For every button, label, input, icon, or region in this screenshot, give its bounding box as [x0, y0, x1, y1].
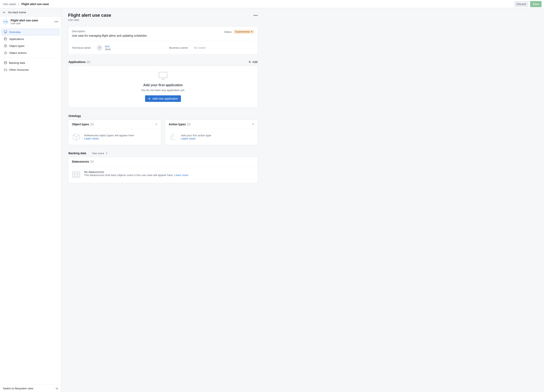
- applications-empty-title: Add your first application: [143, 83, 183, 87]
- svg-rect-2: [4, 31, 7, 33]
- nav-backing-data-label: Backing data: [9, 61, 25, 64]
- see-more-label: See more: [92, 152, 104, 155]
- nav-applications-label: Applications: [9, 37, 24, 41]
- monitor-icon: [4, 30, 7, 34]
- usecase-icon: [2, 19, 9, 25]
- svg-rect-8: [72, 172, 80, 178]
- action-types-header[interactable]: Action types (0): [165, 120, 258, 129]
- description-text: Use case for managing flight alerts and …: [72, 34, 220, 37]
- backing-data-title: Backing data: [68, 152, 86, 155]
- object-types-header[interactable]: Object types (0): [68, 120, 161, 129]
- action-types-msg: Add your first action type: [181, 134, 211, 137]
- arrow-right-icon: [55, 387, 58, 390]
- breadcrumb-current: Flight alert use case: [21, 2, 49, 6]
- chevron-right-icon: [18, 3, 20, 5]
- svg-rect-4: [5, 38, 7, 40]
- datasources-count: (0): [90, 160, 94, 163]
- action-types-card: Action types (0): [165, 120, 258, 145]
- technical-owner-label: Technical owner: [72, 46, 94, 49]
- datasources-learn-more[interactable]: Learn more: [174, 174, 188, 177]
- backing-data-header: Backing data See more: [68, 152, 258, 155]
- sidebar-header: Flight alert use case Use case •••: [0, 17, 61, 27]
- sidebar-title: Flight alert use case: [11, 19, 38, 22]
- page-more-icon[interactable]: •••: [254, 13, 258, 18]
- monitor-large-icon: [158, 71, 168, 80]
- applications-icon: [4, 37, 7, 41]
- nav-applications[interactable]: Applications: [2, 36, 59, 42]
- arrow-left-icon: [3, 11, 6, 14]
- object-types-msg: Referenced object types will appear here: [84, 134, 134, 137]
- database-icon: [4, 61, 7, 64]
- description-label: Description: [72, 30, 220, 33]
- status-badge[interactable]: Experimental: [234, 30, 254, 34]
- svg-rect-7: [170, 134, 174, 138]
- datasources-empty-sub: The datasources that back objects used i…: [84, 174, 188, 177]
- datasources-header: Datasources (0): [68, 157, 258, 166]
- topbar: Use cases Flight alert use case Discard …: [0, 0, 544, 8]
- discard-button[interactable]: Discard: [514, 1, 528, 7]
- breadcrumb: Use cases Flight alert use case: [3, 2, 49, 6]
- page-subtitle: Use case: [68, 18, 111, 21]
- status-value: Experimental: [235, 30, 250, 33]
- table-icon: [72, 170, 81, 179]
- applications-title: Applications: [68, 60, 86, 64]
- svg-rect-6: [159, 72, 167, 78]
- save-button[interactable]: Save: [530, 1, 542, 7]
- go-back-home[interactable]: Go back home: [0, 8, 61, 17]
- object-types-learn-more[interactable]: Learn more: [84, 137, 134, 140]
- add-new-application-label: Add new application: [152, 97, 178, 100]
- switch-filesystem-label: Switch to filesystem view: [3, 387, 33, 390]
- applications-empty: Add your first application You do not ha…: [68, 65, 258, 108]
- action-types-title: Action types: [169, 123, 186, 126]
- object-types-card: Object types (0) Referenced object types…: [68, 120, 161, 145]
- action-types-count: (0): [187, 123, 190, 126]
- applications-empty-sub: You do not have any application yet.: [141, 89, 185, 92]
- applications-count: (0): [87, 60, 90, 64]
- datasources-title: Datasources: [72, 160, 89, 163]
- gavel-icon: [169, 133, 177, 141]
- go-back-label: Go back home: [8, 11, 26, 14]
- svg-point-5: [4, 61, 7, 62]
- plus-icon: [248, 60, 251, 63]
- nav-overview[interactable]: Overview: [2, 29, 59, 35]
- nav-overview-label: Overview: [9, 30, 21, 34]
- description-card: Description Use case for managing flight…: [68, 26, 258, 55]
- nav-object-actions[interactable]: Object actions: [2, 49, 59, 56]
- actions-icon: [4, 51, 7, 54]
- folder-icon: [4, 68, 7, 71]
- nav-object-types[interactable]: Object types: [2, 42, 59, 49]
- chevron-right-icon: [106, 152, 108, 154]
- nav-other-resources[interactable]: Other resources: [2, 66, 59, 73]
- technical-owner: Technical owner T test (test): [72, 45, 157, 51]
- business-owner-none: No owner: [194, 46, 206, 49]
- cube-large-icon: [72, 133, 81, 141]
- datasources-empty-title: No datasources: [84, 170, 188, 174]
- object-types-title: Object types: [72, 123, 89, 126]
- chevron-right-icon: [155, 123, 157, 125]
- add-application-link[interactable]: Add: [248, 60, 258, 64]
- business-owner: Business owner No owner: [165, 45, 254, 51]
- page-title: Flight alert use case: [68, 13, 111, 18]
- technical-owner-name[interactable]: test: [105, 45, 111, 48]
- topbar-actions: Discard Save: [514, 1, 542, 7]
- nav-object-actions-label: Object actions: [9, 51, 27, 54]
- action-types-learn-more[interactable]: Learn more: [181, 137, 211, 140]
- add-new-application-button[interactable]: Add new application: [145, 95, 181, 102]
- ontology-header: Ontology: [68, 114, 258, 118]
- technical-owner-sub: (test): [105, 48, 111, 51]
- backing-data-see-more[interactable]: See more: [89, 152, 108, 155]
- switch-filesystem-view[interactable]: Switch to filesystem view: [0, 385, 61, 392]
- nav-other-label: Other resources: [9, 68, 29, 71]
- add-label: Add: [252, 60, 258, 64]
- chevron-right-icon: [252, 123, 254, 125]
- status-label: Status: [224, 30, 232, 33]
- nav-object-types-label: Object types: [9, 44, 24, 48]
- cube-icon: [4, 44, 7, 48]
- breadcrumb-root[interactable]: Use cases: [3, 2, 16, 6]
- nav-backing-data[interactable]: Backing data: [2, 59, 59, 66]
- ontology-title: Ontology: [68, 114, 81, 118]
- object-types-count: (0): [90, 123, 94, 126]
- sidebar-more-icon[interactable]: •••: [54, 20, 59, 24]
- datasources-card: Datasources (0) No datasources The datas…: [68, 157, 258, 183]
- caret-down-icon: [251, 31, 252, 32]
